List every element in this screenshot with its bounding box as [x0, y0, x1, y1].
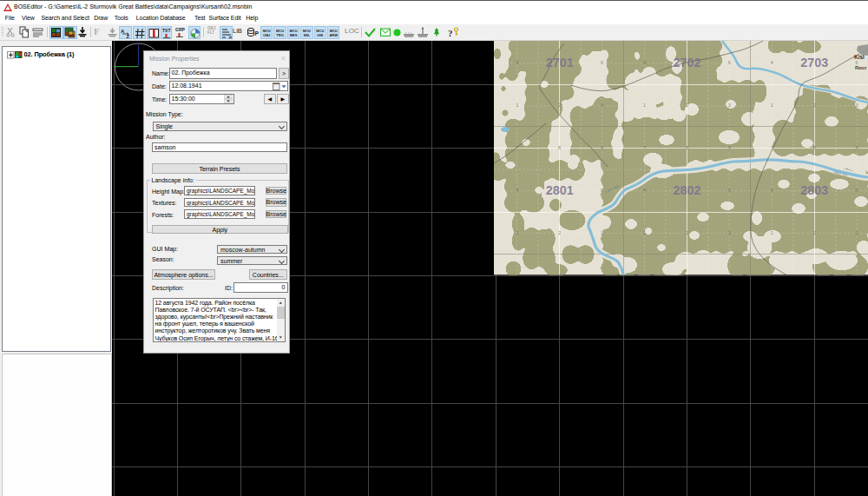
svg-text:P: P	[254, 30, 259, 36]
svg-text:9: 9	[728, 145, 731, 150]
svg-text:TXT: TXT	[162, 28, 170, 33]
svg-text:2: 2	[558, 103, 561, 108]
svg-text:6: 6	[601, 188, 603, 193]
svg-text:6: 6	[856, 188, 858, 193]
svg-text:3: 3	[728, 230, 731, 235]
svg-text:1: 1	[643, 230, 646, 235]
svg-text:4: 4	[643, 188, 646, 193]
svg-text:9: 9	[856, 145, 858, 150]
svg-text:2801: 2801	[546, 182, 574, 197]
svg-text:2803: 2803	[800, 182, 828, 197]
svg-text:?: ?	[448, 28, 453, 38]
svg-text:3: 3	[728, 103, 731, 108]
svg-text:8: 8	[558, 145, 561, 150]
svg-text:Kisl: Kisl	[854, 54, 865, 60]
svg-text:2802: 2802	[674, 182, 701, 197]
svg-text:2703: 2703	[800, 55, 828, 69]
svg-text:8: 8	[813, 145, 816, 150]
svg-text:6: 6	[728, 60, 731, 65]
svg-text:6: 6	[601, 60, 603, 65]
svg-text:7: 7	[771, 145, 773, 150]
svg-text:3: 3	[601, 103, 603, 108]
svg-text:3: 3	[856, 103, 858, 108]
svg-text:4: 4	[643, 60, 646, 65]
svg-text:A: A	[121, 28, 125, 33]
svg-text:Rиcr: Rиcr	[855, 65, 867, 70]
svg-text:2: 2	[686, 230, 688, 235]
svg-text:1: 1	[516, 230, 518, 235]
svg-text:6: 6	[856, 60, 858, 65]
svg-text:7: 7	[516, 145, 518, 150]
svg-text:2: 2	[558, 230, 561, 235]
svg-text:1: 1	[643, 103, 646, 108]
svg-text:1: 1	[516, 103, 518, 108]
svg-text:2: 2	[813, 230, 816, 235]
svg-text:3: 3	[856, 230, 858, 235]
svg-text:4: 4	[771, 60, 773, 65]
svg-text:4: 4	[771, 188, 773, 193]
svg-text:2701: 2701	[546, 55, 574, 69]
svg-text:4: 4	[516, 188, 518, 193]
svg-text:6: 6	[728, 188, 731, 193]
svg-text:2: 2	[813, 103, 816, 108]
svg-text:2702: 2702	[674, 55, 701, 69]
svg-text:9: 9	[601, 145, 603, 150]
svg-text:2: 2	[686, 103, 688, 108]
svg-text:7: 7	[643, 145, 646, 150]
svg-text:1: 1	[771, 103, 773, 108]
svg-text:4: 4	[516, 60, 518, 65]
svg-text:3: 3	[601, 230, 603, 235]
svg-text:8: 8	[686, 145, 688, 150]
svg-text:1: 1	[771, 230, 773, 235]
svg-text:GRP: GRP	[175, 27, 186, 32]
